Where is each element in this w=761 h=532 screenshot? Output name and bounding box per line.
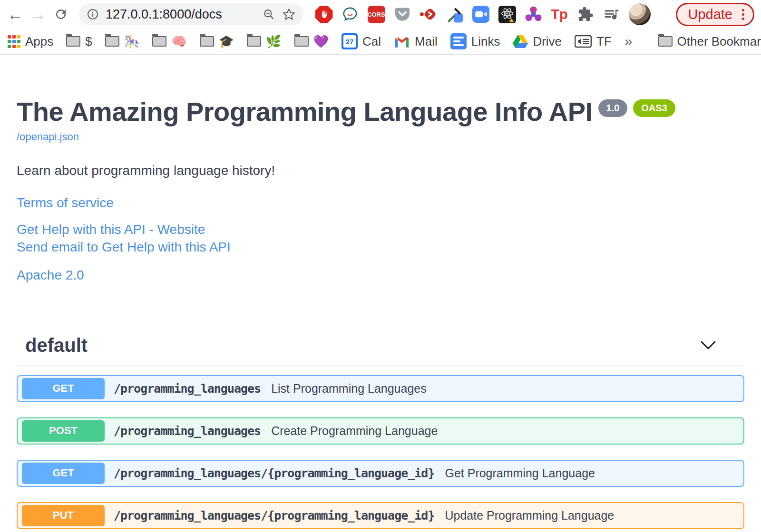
tf-card-icon xyxy=(575,35,592,48)
method-badge: GET xyxy=(22,378,105,399)
purple-recycle-icon[interactable] xyxy=(524,5,542,23)
endpoint-row[interactable]: PUT /programming_languages/{programming_… xyxy=(17,502,744,529)
email-help-link[interactable]: Send email to Get Help with this API xyxy=(17,239,744,256)
terms-of-service-link[interactable]: Terms of service xyxy=(17,194,744,212)
tp-icon[interactable]: Tp xyxy=(550,5,568,23)
endpoint-list: GET /programming_languages List Programm… xyxy=(17,367,744,532)
bookmarks-bar: Apps $ 🎠 🧠 🎓 🌿 💜 27 Cal Mail Links Drive… xyxy=(0,29,761,55)
adblock-icon[interactable] xyxy=(315,5,333,23)
reload-icon xyxy=(54,7,68,21)
bookmark-folder-herb[interactable]: 🌿 xyxy=(247,34,281,49)
swagger-page: The Amazing Programming Language Info AP… xyxy=(0,96,761,532)
default-tag-section: default GET /programming_languages List … xyxy=(17,330,744,532)
update-button[interactable]: Update xyxy=(676,3,754,26)
bookmark-folder-carousel[interactable]: 🎠 xyxy=(105,34,139,49)
openapi-spec-link[interactable]: /openapi.json xyxy=(17,131,79,143)
drive-icon xyxy=(513,35,528,48)
chevron-down-icon[interactable] xyxy=(701,341,716,350)
folder-icon xyxy=(247,36,261,47)
page-info-icon[interactable] xyxy=(87,8,99,20)
bookmark-star-icon[interactable] xyxy=(282,8,296,21)
section-title: default xyxy=(25,335,88,356)
method-badge: GET xyxy=(22,463,105,484)
section-header[interactable]: default xyxy=(17,330,744,367)
redirect-arrow-icon[interactable] xyxy=(420,5,438,23)
folder-icon xyxy=(152,36,166,47)
react-devtools-icon[interactable] xyxy=(498,5,516,23)
bookmark-drive[interactable]: Drive xyxy=(513,34,562,49)
forward-button[interactable]: → xyxy=(27,3,49,26)
zoom-out-icon[interactable] xyxy=(263,8,275,21)
api-description: Learn about programming language history… xyxy=(17,163,744,178)
bookmark-folder-heart[interactable]: 💜 xyxy=(294,34,329,49)
api-title-line: The Amazing Programming Language Info AP… xyxy=(17,96,744,127)
reload-button[interactable] xyxy=(49,3,72,26)
endpoint-row[interactable]: GET /programming_languages/{programming_… xyxy=(17,460,744,487)
page-title: The Amazing Programming Language Info AP… xyxy=(17,97,593,126)
calendar-icon: 27 xyxy=(341,33,358,49)
profile-avatar[interactable] xyxy=(629,3,651,25)
endpoint-summary: List Programming Languages xyxy=(271,382,427,396)
browser-toolbar: ← → 127.0.0.1:8000/docs CORS xyxy=(0,0,761,29)
extension-area: CORS Tp xyxy=(315,3,676,25)
version-badge: 1.0 xyxy=(598,99,628,117)
website-help-link[interactable]: Get Help with this API - Website xyxy=(17,221,744,238)
endpoint-row[interactable]: POST /programming_languages Create Progr… xyxy=(17,417,744,445)
color-picker-icon[interactable] xyxy=(446,5,464,23)
method-badge: PUT xyxy=(22,505,105,526)
bookmark-folder-brain[interactable]: 🧠 xyxy=(152,34,186,49)
endpoint-row[interactable]: GET /programming_languages List Programm… xyxy=(17,375,744,402)
endpoint-summary: Update Programming Language xyxy=(445,509,614,522)
folder-icon xyxy=(105,36,119,47)
bookmark-folder-dollar[interactable]: $ xyxy=(66,34,92,49)
endpoint-path: /programming_languages/{programming_lang… xyxy=(114,509,434,522)
url-text[interactable]: 127.0.0.1:8000/docs xyxy=(106,7,256,22)
folder-icon xyxy=(66,36,80,47)
bookmark-tf[interactable]: TF xyxy=(575,34,612,49)
other-bookmarks[interactable]: Other Bookmarks xyxy=(658,34,761,49)
browser-menu-icon[interactable] xyxy=(740,7,746,22)
bookmark-folder-grad[interactable]: 🎓 xyxy=(200,34,234,49)
gmail-icon xyxy=(394,35,410,48)
extensions-puzzle-icon[interactable] xyxy=(576,5,595,23)
cors-icon[interactable]: CORS xyxy=(367,5,385,23)
endpoint-summary: Get Programming Language xyxy=(445,466,595,480)
endpoint-path: /programming_languages xyxy=(114,424,261,438)
chat-bubble-icon[interactable] xyxy=(341,5,359,23)
apps-grid-icon xyxy=(8,35,20,48)
license-link[interactable]: Apache 2.0 xyxy=(17,267,744,284)
bookmark-apps[interactable]: Apps xyxy=(8,34,53,49)
back-button[interactable]: ← xyxy=(4,3,27,26)
pocket-icon[interactable] xyxy=(393,5,411,23)
bookmark-links[interactable]: Links xyxy=(450,33,500,49)
endpoint-path: /programming_languages/{programming_lang… xyxy=(114,466,434,480)
address-bar[interactable]: 127.0.0.1:8000/docs xyxy=(79,3,303,25)
bookmark-calendar[interactable]: 27 Cal xyxy=(341,33,381,49)
links-list-icon xyxy=(450,33,467,49)
zoom-video-icon[interactable] xyxy=(472,5,490,23)
bookmarks-overflow-chevron[interactable]: » xyxy=(624,33,633,49)
update-label: Update xyxy=(688,7,732,22)
endpoint-summary: Create Programming Language xyxy=(271,424,438,438)
folder-icon xyxy=(294,36,309,47)
folder-icon xyxy=(658,36,673,47)
endpoint-path: /programming_languages xyxy=(114,382,261,396)
bookmark-mail[interactable]: Mail xyxy=(394,34,438,49)
playlist-icon[interactable] xyxy=(603,5,621,23)
folder-icon xyxy=(200,36,214,47)
oas-badge: OAS3 xyxy=(633,99,675,117)
method-badge: POST xyxy=(22,420,105,442)
